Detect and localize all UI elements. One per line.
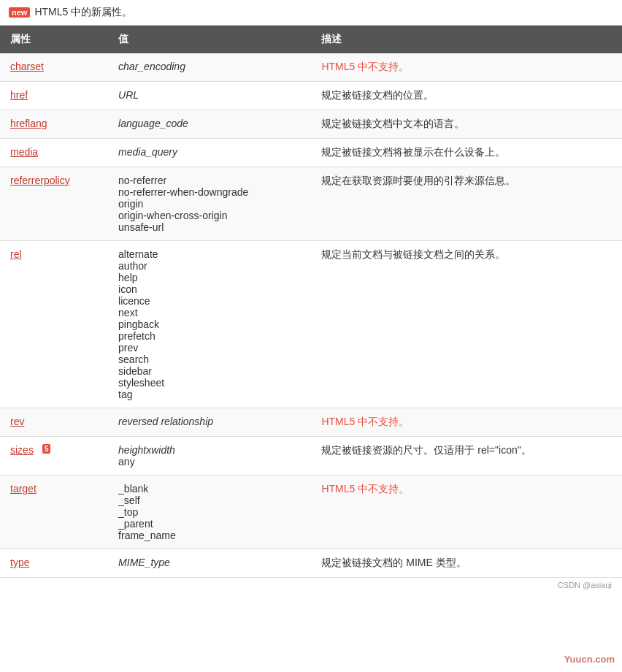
table-row: mediamedia_query规定被链接文档将被显示在什么设备上。 [0, 139, 622, 167]
attr-name-link[interactable]: referrerpolicy [10, 175, 70, 186]
value-line: stylesheet [118, 377, 164, 389]
attr-name-link[interactable]: type [10, 557, 29, 568]
value-line: no-referrer-when-downgrade [118, 186, 248, 198]
table-row: charsetchar_encodingHTML5 中不支持。 [0, 53, 622, 82]
table-row: revreversed relationshipHTML5 中不支持。 [0, 408, 622, 437]
table-row: relalternateauthorhelpiconlicencenextpin… [0, 241, 622, 408]
attr-cell: sizes5 [0, 437, 108, 476]
notice-text: HTML5 中的新属性。 [34, 6, 132, 19]
attr-name-link[interactable]: rev [10, 416, 24, 427]
value-cell: _blank_self_top_parentframe_name [108, 476, 311, 549]
desc-cell: 规定被链接资源的尺寸。仅适用于 rel="icon"。 [311, 437, 622, 476]
value-cell: reversed relationship [108, 408, 311, 437]
value-line: _top [118, 506, 138, 518]
value-line: _blank [118, 483, 148, 495]
footer-note: CSDN @asiaqi [0, 578, 622, 592]
table-header-row: 属性 值 描述 [0, 26, 622, 53]
value-text: reversed relationship [118, 416, 213, 427]
value-line: _parent [118, 518, 153, 530]
value-line: alternate [118, 248, 158, 260]
value-line: licence [118, 295, 150, 307]
value-cell: media_query [108, 139, 311, 167]
value-cell: URL [108, 82, 311, 110]
new-badge: new [9, 7, 30, 18]
attr-name-link[interactable]: target [10, 483, 37, 495]
col-header-desc: 描述 [311, 26, 622, 53]
value-text: char_encoding [118, 61, 185, 72]
desc-cell: HTML5 中不支持。 [311, 53, 622, 82]
attr-name-link[interactable]: sizes [10, 444, 34, 456]
attr-cell: hreflang [0, 110, 108, 139]
value-cell: MIME_type [108, 549, 311, 578]
value-line: tag [118, 389, 132, 400]
desc-cell: 规定当前文档与被链接文档之间的关系。 [311, 241, 622, 408]
attr-name-link[interactable]: rel [10, 248, 22, 260]
desc-cell: 规定在获取资源时要使用的引荐来源信息。 [311, 167, 622, 241]
value-text: URL [118, 89, 139, 101]
value-line: no-referrer [118, 175, 166, 186]
value-line: heightxwidth [118, 444, 175, 456]
attr-name-link[interactable]: charset [10, 61, 44, 72]
attr-cell: referrerpolicy [0, 167, 108, 241]
value-cell: heightxwidthany [108, 437, 311, 476]
value-line: frame_name [118, 530, 176, 541]
value-line: unsafe-url [118, 221, 164, 233]
value-line: origin-when-cross-origin [118, 210, 227, 221]
value-line: author [118, 260, 147, 272]
attr-cell: type [0, 549, 108, 578]
attr-cell: href [0, 82, 108, 110]
table-row: typeMIME_type规定被链接文档的 MIME 类型。 [0, 549, 622, 578]
table-row: sizes5heightxwidthany规定被链接资源的尺寸。仅适用于 rel… [0, 437, 622, 476]
attr-name-link[interactable]: hreflang [10, 118, 47, 129]
value-text: language_code [118, 118, 188, 129]
desc-cell: 规定被链接文档将被显示在什么设备上。 [311, 139, 622, 167]
attr-name-link[interactable]: media [10, 146, 38, 158]
table-row: hreflanglanguage_code规定被链接文档中文本的语言。 [0, 110, 622, 139]
attr-cell: rev [0, 408, 108, 437]
attributes-table: 属性 值 描述 charsetchar_encodingHTML5 中不支持。h… [0, 26, 622, 578]
desc-cell: HTML5 中不支持。 [311, 476, 622, 549]
attr-cell: target [0, 476, 108, 549]
table-row: referrerpolicyno-referrerno-referrer-whe… [0, 167, 622, 241]
value-cell: char_encoding [108, 53, 311, 82]
desc-cell: 规定被链接文档中文本的语言。 [311, 110, 622, 139]
desc-cell: HTML5 中不支持。 [311, 408, 622, 437]
top-notice: new HTML5 中的新属性。 [0, 0, 622, 26]
value-cell: no-referrerno-referrer-when-downgradeori… [108, 167, 311, 241]
desc-cell: 规定被链接文档的位置。 [311, 82, 622, 110]
value-line: search [118, 354, 149, 365]
value-cell: language_code [108, 110, 311, 139]
attr-cell: media [0, 139, 108, 167]
col-header-attr: 属性 [0, 26, 108, 53]
value-line: pingback [118, 318, 159, 330]
desc-cell: 规定被链接文档的 MIME 类型。 [311, 549, 622, 578]
table-row: target_blank_self_top_parentframe_nameHT… [0, 476, 622, 549]
value-line: prev [118, 342, 138, 354]
value-text: media_query [118, 146, 177, 158]
value-line: any [118, 456, 135, 467]
value-line: prefetch [118, 330, 156, 342]
html5-new-icon: 5 [42, 444, 51, 454]
col-header-value: 值 [108, 26, 311, 53]
value-line: origin [118, 198, 143, 210]
value-line: help [118, 272, 137, 283]
value-line: next [118, 307, 137, 318]
value-line: sidebar [118, 365, 152, 377]
attr-cell: charset [0, 53, 108, 82]
value-line: icon [118, 283, 137, 295]
value-line: _self [118, 495, 140, 506]
value-text: MIME_type [118, 557, 170, 568]
attr-name-link[interactable]: href [10, 89, 28, 101]
table-row: hrefURL规定被链接文档的位置。 [0, 82, 622, 110]
attr-cell: rel [0, 241, 108, 408]
value-cell: alternateauthorhelpiconlicencenextpingba… [108, 241, 311, 408]
